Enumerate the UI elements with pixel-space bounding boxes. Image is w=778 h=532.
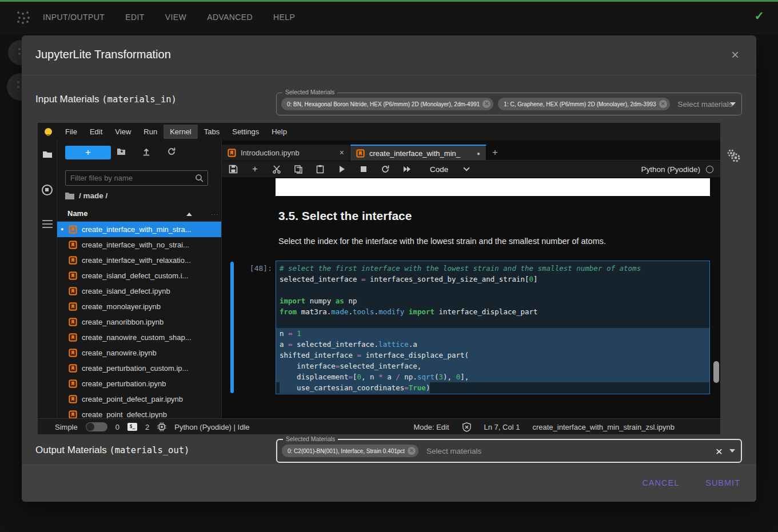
file-row[interactable]: create_monolayer.ipynb [57, 299, 221, 314]
table-of-contents-icon[interactable] [42, 220, 53, 228]
file-row[interactable]: create_nanowire_custom_shap... [57, 330, 221, 345]
breadcrumb[interactable]: / made / [65, 191, 107, 200]
jupyter-menu-run[interactable]: Run [137, 125, 163, 139]
jupyter-menubar: FileEditViewRunKernelTabsSettingsHelp [38, 123, 720, 140]
select-materials-placeholder[interactable]: Select materials [426, 447, 481, 455]
notebook-scrollbar-thumb[interactable] [713, 361, 719, 383]
name-column-header[interactable]: Name [67, 209, 87, 218]
cell-type-dropdown[interactable]: Code [430, 165, 468, 174]
dialog-footer: CANCEL SUBMIT [22, 464, 756, 502]
refresh-icon[interactable] [167, 147, 176, 156]
output-select-legend: Selected Materials [283, 435, 338, 442]
code-line: from mat3ra.made.tools.modify import int… [276, 306, 709, 317]
top-menu-item[interactable]: ADVANCED [207, 13, 253, 22]
chip-remove-icon[interactable]: ✕ [482, 100, 490, 108]
output-materials-select[interactable]: Selected Materials 0: C2(001)-BN(001), I… [276, 439, 742, 463]
file-row[interactable]: create_nanowire.ipynb [57, 345, 221, 361]
chevron-down-icon[interactable] [730, 102, 736, 106]
app-logo-dots-icon[interactable] [17, 11, 19, 14]
file-list-header[interactable]: Name ··· [57, 207, 221, 222]
top-menu-item[interactable]: VIEW [165, 13, 186, 22]
top-menu-item[interactable]: HELP [273, 13, 295, 22]
jupyter-menu-settings[interactable]: Settings [226, 125, 265, 139]
editor-mode[interactable]: Mode: Edit [413, 423, 449, 431]
notebook-file-icon [69, 364, 77, 373]
file-row[interactable]: create_island_defect.ipynb [57, 283, 221, 299]
material-chip[interactable]: 1: C, Graphene, HEX (P6/mmm) 2D (Monolay… [498, 98, 669, 110]
jupyter-menu-help[interactable]: Help [265, 125, 293, 139]
notebook-tab[interactable]: Introduction.ipynb× [222, 145, 350, 161]
kernel-selector[interactable]: Python (Pyodide) [641, 161, 713, 177]
search-icon [195, 174, 204, 183]
top-app-bar: INPUT/OUTPUTEDITVIEWADVANCEDHELP ✓ [0, 0, 778, 34]
new-folder-icon[interactable] [117, 147, 126, 156]
code-line [276, 285, 709, 295]
jupyter-menu-kernel[interactable]: Kernel [163, 125, 198, 139]
file-filter-input[interactable] [66, 171, 186, 185]
chevron-down-icon[interactable] [729, 449, 735, 453]
save-icon[interactable] [229, 165, 238, 174]
upload-icon[interactable] [142, 147, 151, 156]
insert-cell-icon[interactable]: + [250, 165, 260, 174]
running-kernels-icon[interactable] [42, 185, 53, 195]
material-chip[interactable]: 0: BN, Hexagonal Boron Nitride, HEX (P6/… [281, 98, 493, 110]
file-row[interactable]: create_interface_with_no_strai... [57, 237, 221, 253]
file-row[interactable]: create_perturbation_custom.ip... [57, 361, 221, 376]
folder-icon [65, 192, 74, 199]
file-browser-icon[interactable] [42, 149, 53, 159]
file-row[interactable]: ●create_interface_with_min_stra... [57, 222, 221, 237]
clear-selection-icon[interactable]: × [716, 445, 723, 457]
lightbulb-icon[interactable] [45, 128, 52, 135]
trust-shield-icon[interactable] [462, 422, 472, 432]
code-line: n = 1 [276, 328, 709, 339]
cut-cells-icon[interactable] [272, 165, 281, 174]
code-cell-editor[interactable]: # select the first interface with the lo… [276, 261, 710, 394]
file-row[interactable]: create_point_defect_pair.ipynb [57, 391, 221, 407]
notebook-tab[interactable]: create_interface_with_min_● [350, 145, 486, 161]
cursor-position[interactable]: Ln 7, Col 1 [484, 423, 520, 431]
notebook-file-icon [69, 241, 77, 249]
new-tab-button[interactable]: + [486, 145, 504, 161]
notebook-file-icon [69, 287, 77, 295]
top-menu-item[interactable]: EDIT [125, 13, 145, 22]
chip-remove-icon[interactable]: ✕ [659, 100, 667, 108]
kernel-idle-indicator-icon [706, 166, 713, 173]
simple-mode-toggle[interactable] [86, 422, 107, 431]
more-options-icon[interactable]: ··· [211, 211, 219, 218]
kernel-sessions-icon[interactable] [157, 422, 166, 431]
jupyter-menu-tabs[interactable]: Tabs [198, 125, 226, 139]
saved-check-icon[interactable]: ✓ [754, 9, 764, 23]
top-menu-item[interactable]: INPUT/OUTPUT [43, 13, 105, 22]
new-launcher-button[interactable]: + [65, 146, 111, 159]
copy-cells-icon[interactable] [294, 165, 303, 174]
input-materials-select[interactable]: Selected Materials 0: BN, Hexagonal Boro… [276, 93, 742, 115]
stop-kernel-icon[interactable] [359, 165, 368, 174]
file-row[interactable]: create_point_defect.ipynb [57, 407, 221, 418]
paste-cells-icon[interactable] [316, 165, 325, 174]
select-materials-placeholder[interactable]: Select materials [678, 100, 733, 109]
file-row[interactable]: create_nanoribbon.ipynb [57, 314, 221, 330]
jupyter-menu-edit[interactable]: Edit [83, 125, 109, 139]
material-chip[interactable]: 0: C2(001)-BN(001), Interface, Strain 0.… [282, 445, 418, 457]
jupyter-menu-file[interactable]: File [59, 125, 83, 139]
chip-remove-icon[interactable]: ✕ [408, 447, 416, 455]
statusbar-left: Simple 0 $_ 2 Python (Pyodide) | Idle [55, 419, 250, 434]
jupyter-menu-view[interactable]: View [109, 125, 137, 139]
widget-settings-gears-icon[interactable] [726, 149, 741, 163]
file-row[interactable]: create_island_defect_custom.i... [57, 268, 221, 283]
dialog-close-icon[interactable]: × [731, 48, 739, 62]
tab-close-icon[interactable]: × [340, 148, 344, 157]
kernel-status-text[interactable]: Python (Pyodide) | Idle [174, 423, 249, 431]
restart-run-all-icon[interactable] [402, 165, 412, 174]
file-row[interactable]: create_perturbation.ipynb [57, 376, 221, 391]
toggle-knob [86, 423, 94, 431]
file-browser-panel: + / made / Name [57, 140, 222, 418]
file-row[interactable]: create_interface_with_relaxatio... [57, 253, 221, 268]
terminal-icon[interactable]: $_ [127, 423, 137, 431]
notebook-content[interactable]: 3.5. Select the interface Select the ind… [222, 177, 720, 418]
submit-button[interactable]: SUBMIT [705, 478, 740, 487]
restart-kernel-icon[interactable] [381, 165, 390, 174]
run-cell-icon[interactable] [337, 165, 346, 174]
markdown-paragraph: Select the index for the interface with … [278, 237, 606, 246]
cancel-button[interactable]: CANCEL [642, 478, 679, 487]
